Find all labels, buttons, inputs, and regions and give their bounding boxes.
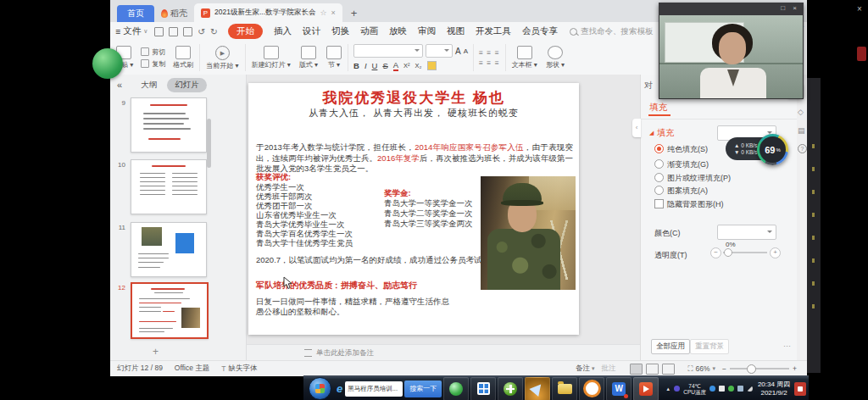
tab-document[interactable]: P 2021级新生家...数学学院家长会 ☆ × bbox=[194, 3, 342, 22]
font-size-combo[interactable] bbox=[426, 44, 453, 58]
recording-indicator-icon[interactable] bbox=[794, 382, 806, 396]
taskbar-app-meeting-active[interactable] bbox=[525, 377, 550, 400]
tray-icon-blue[interactable] bbox=[709, 386, 715, 392]
ribbon-search[interactable]: 查找命令、搜索模板 bbox=[570, 26, 654, 37]
fill-tab[interactable]: 填充 bbox=[649, 102, 667, 114]
taskbar-app-wpp-active[interactable] bbox=[633, 377, 659, 400]
undo-icon[interactable]: ↺ bbox=[198, 26, 205, 36]
taskbar-search-field[interactable]: 黑马程序员培训... bbox=[345, 381, 403, 397]
taskbar-app-recorder[interactable] bbox=[579, 377, 604, 400]
network-icon[interactable] bbox=[747, 386, 753, 392]
more-options-icon[interactable]: ··· bbox=[783, 342, 791, 350]
layout-button[interactable]: 版式 ▾ bbox=[295, 41, 322, 75]
video-title-bar[interactable]: □ × bbox=[659, 3, 804, 15]
tab-slides[interactable]: 幻灯片 bbox=[167, 78, 207, 92]
close-icon[interactable]: × bbox=[793, 4, 797, 12]
italic-button[interactable]: I bbox=[364, 61, 367, 70]
color-combo[interactable] bbox=[717, 225, 776, 240]
start-button[interactable] bbox=[309, 377, 331, 400]
font-color-button[interactable]: A bbox=[393, 60, 398, 71]
ribbon-tab-animation[interactable]: 动画 bbox=[360, 25, 378, 37]
edge-close-icon[interactable]: × bbox=[857, 4, 862, 14]
radio-gradient-fill[interactable] bbox=[654, 159, 664, 169]
copy-button[interactable]: 复制 bbox=[141, 59, 165, 69]
slide-thumbnail-12-selected[interactable] bbox=[131, 282, 209, 339]
assistant-bubble[interactable] bbox=[92, 48, 123, 79]
ribbon-tab-design[interactable]: 设计 bbox=[303, 25, 320, 37]
strikethrough-button[interactable]: S bbox=[382, 61, 387, 70]
ribbon-tab-home[interactable]: 开始 bbox=[228, 24, 263, 39]
fit-slide-icon[interactable]: ⛶ bbox=[688, 364, 693, 374]
slide-thumbnail-9[interactable] bbox=[131, 97, 207, 153]
radio-solid-fill[interactable] bbox=[654, 144, 664, 153]
new-tab-button[interactable]: + bbox=[351, 7, 358, 19]
add-slide-button[interactable]: + bbox=[153, 346, 159, 358]
textbox-button[interactable]: 文本框 ▾ bbox=[508, 41, 542, 75]
zoom-out-button[interactable]: − bbox=[722, 364, 726, 373]
taskbar-app-explorer[interactable] bbox=[552, 377, 577, 400]
apply-all-button[interactable]: 全部应用 bbox=[651, 339, 690, 354]
sidebar-scrollbar[interactable] bbox=[207, 119, 211, 168]
taskbar-search-button[interactable]: 搜索一下 bbox=[404, 381, 442, 397]
ribbon-tab-transition[interactable]: 切换 bbox=[331, 25, 349, 37]
missing-font-label[interactable]: 缺失字体 bbox=[228, 364, 257, 374]
zoom-in-button[interactable]: + bbox=[793, 364, 797, 373]
reading-view-button[interactable] bbox=[662, 364, 675, 375]
notes-bar[interactable]: 单击此处添加备注 bbox=[247, 344, 640, 361]
transparency-plus-button[interactable]: + bbox=[770, 247, 781, 258]
hide-background-checkbox[interactable] bbox=[654, 199, 664, 208]
radio-picture-fill[interactable] bbox=[654, 173, 664, 182]
ribbon-tab-review[interactable]: 审阅 bbox=[418, 25, 436, 37]
beautify-icon[interactable]: ◇ bbox=[798, 108, 804, 116]
print-icon[interactable] bbox=[169, 27, 178, 36]
zoom-knob[interactable] bbox=[747, 364, 756, 374]
underline-button[interactable]: U bbox=[372, 61, 378, 70]
ribbon-tab-view[interactable]: 视图 bbox=[447, 25, 465, 37]
star-icon[interactable]: ☆ bbox=[320, 8, 327, 17]
bold-button[interactable]: B bbox=[353, 61, 359, 70]
taskbar-app-media[interactable] bbox=[470, 377, 496, 400]
decrease-font-icon[interactable]: A bbox=[464, 47, 468, 55]
video-call-window[interactable]: □ × bbox=[659, 3, 804, 99]
ribbon-tab-devtools[interactable]: 开发工具 bbox=[476, 25, 511, 37]
tab-outline[interactable]: 大纲 bbox=[141, 80, 157, 91]
panel-collapse-handle[interactable]: ‹ bbox=[632, 119, 641, 137]
preview-icon[interactable] bbox=[183, 27, 192, 36]
fill-section-header[interactable]: ◢ 填充 bbox=[649, 127, 674, 139]
notes-toggle-button[interactable]: 备注 bbox=[576, 364, 590, 374]
slide-canvas[interactable]: 我院优秀退役大学生 杨也 从青大入伍， 从青大再出发， 硬核班长的蜕变 于201… bbox=[248, 83, 579, 335]
superscript-button[interactable]: X² bbox=[403, 62, 410, 69]
tab-home[interactable]: 首页 bbox=[117, 5, 154, 22]
transparency-minus-button[interactable]: − bbox=[710, 247, 721, 258]
increase-font-icon[interactable]: A bbox=[455, 47, 461, 56]
flag-icon[interactable] bbox=[719, 386, 725, 392]
taskbar-app-wps[interactable]: W bbox=[606, 377, 632, 400]
redo-icon[interactable]: ↻ bbox=[210, 26, 218, 36]
zoom-percentage[interactable]: 66% bbox=[696, 364, 710, 373]
radio-pattern-fill[interactable] bbox=[654, 186, 664, 195]
format-painter-button[interactable]: 格式刷 bbox=[169, 41, 198, 75]
normal-view-button[interactable] bbox=[630, 364, 643, 375]
collapse-sidebar-button[interactable]: « bbox=[117, 80, 122, 90]
new-slide-button[interactable]: 新建幻灯片 ▾ bbox=[248, 41, 295, 75]
zoom-slider[interactable] bbox=[730, 368, 789, 369]
ribbon-tab-slideshow[interactable]: 放映 bbox=[389, 25, 407, 37]
list-buttons-row[interactable]: ≡ ≡ ≡ bbox=[479, 48, 500, 57]
section-button[interactable]: 节 ▾ bbox=[322, 41, 346, 75]
performance-badge[interactable]: 69% bbox=[757, 134, 788, 165]
ribbon-tab-member[interactable]: 会员专享 bbox=[522, 25, 558, 37]
sorter-view-button[interactable] bbox=[646, 364, 659, 375]
clipboard-panel-icon[interactable]: ▤ bbox=[798, 126, 805, 135]
input-method-icon[interactable] bbox=[674, 386, 680, 392]
taskbar-clock[interactable]: 20:34 周四 2021/9/2 bbox=[758, 381, 790, 397]
align-buttons-row[interactable]: ≡ ≡ ≡ bbox=[479, 58, 500, 67]
play-from-current-button[interactable]: ▶ 当前开始 ▾ bbox=[202, 41, 242, 75]
soldier-photo[interactable] bbox=[481, 176, 576, 290]
slide-thumbnail-10[interactable] bbox=[131, 159, 207, 214]
taskbar-app-browser[interactable] bbox=[443, 377, 469, 400]
tray-expand-icon[interactable]: ▲ bbox=[665, 386, 670, 392]
help-icon[interactable]: ? bbox=[798, 144, 807, 153]
transparency-knob[interactable] bbox=[724, 248, 732, 257]
shapes-button[interactable]: 形状 ▾ bbox=[542, 41, 569, 75]
close-tab-icon[interactable]: × bbox=[331, 8, 336, 17]
